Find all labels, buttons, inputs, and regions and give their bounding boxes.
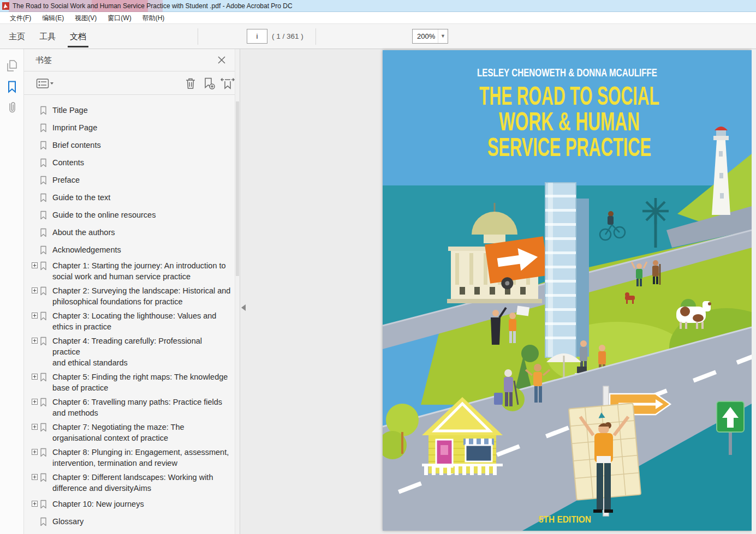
expand-plus-icon[interactable]	[32, 260, 40, 268]
bookmark-icon	[40, 122, 47, 133]
menu-window[interactable]: 窗口(W)	[102, 12, 136, 24]
bookmark-label: Imprint Page	[52, 122, 97, 133]
paperclip-icon	[6, 101, 18, 114]
window-title: The Road to Social Work and Human Servic…	[13, 2, 293, 10]
delete-bookmark-button[interactable]	[183, 76, 198, 91]
pdf-page-book-cover[interactable]: Café	[383, 50, 752, 531]
document-scrollbar[interactable]	[752, 49, 756, 534]
bookmarks-toolbar	[24, 71, 240, 95]
bookmark-label: Preface	[52, 175, 80, 185]
menu-file[interactable]: 文件(F)	[4, 12, 37, 24]
expand-plus-icon[interactable]	[32, 422, 40, 430]
tab-home[interactable]: 主页	[5, 24, 28, 49]
expander-spacer	[32, 175, 40, 177]
bookmark-item[interactable]: Brief contents	[24, 136, 235, 154]
menu-view[interactable]: 视图(V)	[69, 12, 102, 24]
bookmark-label: Contents	[52, 157, 84, 168]
expand-plus-icon[interactable]	[32, 285, 40, 293]
bookmark-icon	[40, 397, 47, 407]
bookmark-list: Title PageImprint PageBrief contentsCont…	[24, 101, 235, 534]
bookmark-item[interactable]: Chapter 1: Starting the journey: An intr…	[24, 259, 235, 284]
bookmark-item[interactable]: Index	[24, 530, 235, 534]
expander-spacer	[32, 227, 40, 229]
bookmark-icon	[40, 335, 47, 346]
bookmark-item[interactable]: Contents	[24, 154, 235, 171]
navigation-rail	[0, 49, 24, 534]
bookmark-item[interactable]: Chapter 2: Surveying the landscape: Hist…	[24, 284, 235, 309]
bookmark-item[interactable]: Chapter 9: Different landscapes: Working…	[24, 470, 235, 495]
glass-tower	[545, 183, 589, 357]
page-thumbnails-button[interactable]	[0, 56, 24, 76]
tab-tools[interactable]: 工具	[36, 24, 59, 49]
zoom-level-value: 200%	[413, 32, 438, 40]
bookmark-icon	[40, 516, 47, 526]
bookmark-icon	[40, 260, 47, 271]
bookmarks-panel-button[interactable]	[0, 76, 24, 97]
goto-current-bookmark-button[interactable]	[221, 76, 235, 91]
expander-spacer	[32, 157, 40, 159]
bookmark-label: Brief contents	[52, 140, 101, 151]
expander-spacer	[32, 516, 40, 518]
zoom-level-dropdown[interactable]: 200% ▼	[412, 29, 448, 44]
bookmark-item[interactable]: Chapter 8: Plunging in: Engagement, asse…	[24, 445, 235, 470]
chevron-down-icon: ▼	[438, 29, 448, 43]
attachments-button[interactable]	[0, 97, 24, 118]
bookmark-options-button[interactable]	[35, 76, 56, 91]
expander-spacer	[32, 192, 40, 194]
expander-spacer	[32, 122, 40, 124]
bookmark-label: Title Page	[52, 105, 88, 116]
bookmark-label: Chapter 9: Different landscapes: Working…	[52, 472, 213, 494]
expand-plus-icon[interactable]	[32, 472, 40, 480]
panel-collapse-arrow[interactable]	[241, 304, 246, 311]
add-bookmark-button[interactable]	[202, 76, 216, 91]
bookmark-icon	[40, 175, 47, 185]
expander-spacer	[32, 209, 40, 212]
bookmark-item[interactable]: Chapter 5: Finding the right maps: The k…	[24, 370, 235, 395]
bookmark-icon	[40, 371, 47, 382]
bookmark-item[interactable]: Chapter 4: Treading carefully: Professio…	[24, 334, 235, 370]
bookmark-label: Chapter 10: New journeys	[52, 499, 144, 509]
bookmark-item[interactable]: Preface	[24, 171, 235, 189]
panel-scrollbar[interactable]	[235, 49, 240, 534]
cover-title-line2: WORK & HUMAN	[499, 107, 640, 136]
expand-plus-icon[interactable]	[32, 499, 40, 507]
page-number-input[interactable]: i	[247, 29, 267, 44]
bookmark-item[interactable]: Guide to the online resources	[24, 206, 235, 224]
expand-plus-icon[interactable]	[32, 310, 40, 319]
expand-plus-icon[interactable]	[32, 371, 40, 380]
bookmark-item[interactable]: Title Page	[24, 101, 235, 119]
bookmark-icon	[40, 105, 47, 115]
bookmark-item[interactable]: Chapter 10: New journeys	[24, 495, 235, 513]
bookmark-item[interactable]: Guide to the text	[24, 189, 235, 206]
expand-plus-icon[interactable]	[32, 447, 40, 455]
bookmark-item[interactable]: Imprint Page	[24, 119, 235, 136]
bookmark-label: Chapter 4: Treading carefully: Professio…	[52, 335, 231, 368]
expand-plus-icon[interactable]	[32, 397, 40, 405]
bookmark-icon	[40, 472, 47, 482]
bookmark-icon	[40, 192, 47, 202]
menu-edit[interactable]: 编辑(E)	[37, 12, 69, 24]
bookmark-item[interactable]: About the authors	[24, 224, 235, 241]
acrobat-app-icon	[2, 2, 9, 10]
bookmark-item[interactable]: Chapter 7: Negotiating the maze: The org…	[24, 420, 235, 445]
bookmark-item[interactable]: Chapter 3: Locating the lighthouse: Valu…	[24, 309, 235, 334]
bookmark-label: About the authors	[52, 227, 115, 238]
close-panel-button[interactable]	[216, 54, 228, 66]
bookmark-label: Chapter 2: Surveying the landscape: Hist…	[52, 285, 230, 307]
expand-plus-icon[interactable]	[32, 335, 40, 344]
document-pane: Café	[240, 49, 756, 534]
tab-document[interactable]: 文档	[67, 24, 90, 49]
bookmark-icon	[40, 447, 47, 457]
bookmarks-panel-header: 书签	[24, 49, 240, 71]
menu-help[interactable]: 帮助(H)	[137, 12, 170, 24]
expander-spacer	[32, 105, 40, 107]
bookmark-item[interactable]: Chapter 6: Travelling many paths: Practi…	[24, 395, 235, 420]
trash-icon	[184, 77, 197, 90]
expander-spacer	[32, 244, 40, 247]
expander-spacer	[32, 140, 40, 142]
bookmark-item[interactable]: Acknowledgements	[24, 241, 235, 259]
bookmark-plus-icon	[203, 77, 216, 90]
bookmark-label: Chapter 3: Locating the lighthouse: Valu…	[52, 310, 216, 332]
page-thumbnails-icon	[5, 59, 19, 73]
bookmark-item[interactable]: Glossary	[24, 513, 235, 530]
